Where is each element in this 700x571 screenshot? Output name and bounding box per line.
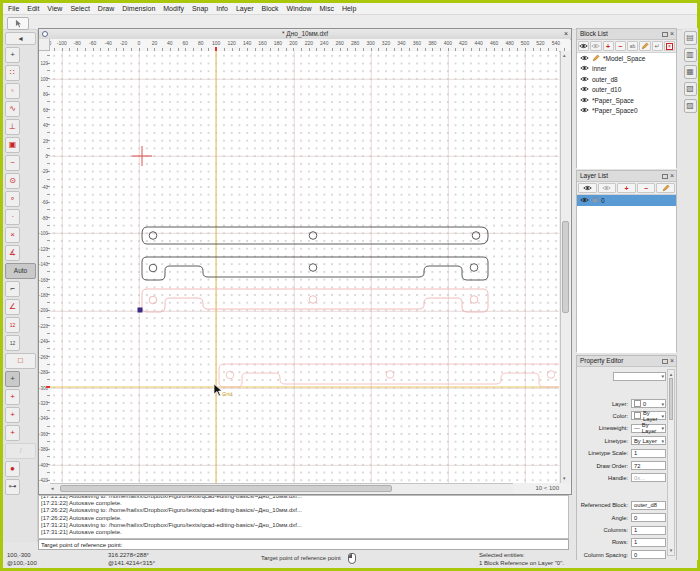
restrict-angle-button[interactable]: / — [5, 443, 36, 459]
block-visible-icon[interactable] — [580, 55, 589, 62]
block-visible-icon[interactable] — [580, 86, 589, 93]
property-input[interactable]: 0x... — [631, 473, 666, 482]
show-all-layers-button[interactable] — [578, 183, 597, 193]
rename-block-button[interactable]: ab — [627, 41, 638, 51]
snap-grid-button[interactable]: ∷ — [5, 65, 20, 81]
prop-scroll-thumb[interactable] — [669, 378, 673, 420]
hole-circle[interactable] — [149, 264, 157, 272]
menu-snap[interactable]: Snap — [192, 5, 208, 12]
menu-layer[interactable]: Layer — [236, 5, 254, 12]
menu-edit[interactable]: Edit — [27, 5, 39, 12]
hole-circle[interactable] — [386, 371, 394, 379]
layer-list-float-icon[interactable] — [662, 174, 668, 179]
vertical-scrollbar[interactable]: ▴ ▾ — [560, 51, 570, 483]
snap-auto-button[interactable]: Auto — [5, 263, 36, 279]
hole-circle[interactable] — [149, 296, 157, 304]
block-list-item[interactable]: inner — [577, 64, 676, 75]
property-input[interactable]: 72 — [631, 461, 666, 470]
remove-layer-button[interactable]: − — [637, 183, 656, 193]
plate-outline[interactable] — [219, 364, 559, 387]
dock-library-browser-toggle-button[interactable]: ▦ — [684, 65, 697, 79]
hole-circle[interactable] — [309, 264, 317, 272]
block-list-close-icon[interactable]: × — [670, 30, 674, 38]
snap-angle-button[interactable]: ∠ — [5, 299, 20, 315]
show-all-blocks-button[interactable] — [578, 41, 589, 51]
menu-file[interactable]: File — [8, 5, 19, 12]
reference-point-button[interactable]: □ — [5, 353, 36, 369]
property-combo[interactable]: By Layer▾ — [631, 436, 666, 445]
prop-scroll-down-icon[interactable]: ▾ — [668, 546, 674, 555]
layer-lock-icon[interactable] — [592, 196, 598, 204]
snap-free-button[interactable]: + — [5, 47, 20, 63]
insert-block-button[interactable]: ↵ — [652, 41, 663, 51]
property-editor-scrollbar[interactable]: ▴ ▾ — [667, 369, 675, 556]
horizontal-scrollbar[interactable]: ◂ ▸ — [50, 483, 537, 493]
close-block-editing-button[interactable]: × — [664, 41, 675, 51]
edit-block-button[interactable] — [639, 41, 650, 51]
menu-help[interactable]: Help — [342, 5, 356, 12]
menu-draw[interactable]: Draw — [98, 5, 114, 12]
property-input[interactable]: 0 — [631, 513, 666, 522]
selection-tool-button[interactable] — [7, 17, 29, 30]
menu-dimension[interactable]: Dimension — [122, 5, 155, 12]
menu-block[interactable]: Block — [261, 5, 278, 12]
snap-reference-button[interactable]: ▣ — [5, 137, 20, 153]
dock-command-line-toggle-button[interactable]: ▧ — [684, 82, 697, 96]
block-list-item[interactable]: outer_d8 — [577, 74, 676, 85]
add-layer-button[interactable]: + — [617, 183, 636, 193]
menu-misc[interactable]: Misc — [320, 5, 334, 12]
hole-circle[interactable] — [470, 296, 478, 304]
plate-outline[interactable] — [142, 289, 488, 312]
remove-block-button[interactable]: − — [615, 41, 626, 51]
block-list-item[interactable]: *Paper_Space0 — [577, 106, 676, 117]
hide-all-layers-button[interactable] — [598, 183, 617, 193]
menu-view[interactable]: View — [47, 5, 62, 12]
property-editor-close-icon[interactable]: × — [670, 357, 674, 365]
property-combo[interactable]: 0▾ — [631, 399, 666, 408]
relative-zero-button[interactable]: ● — [5, 461, 20, 477]
edit-layer-button[interactable] — [656, 183, 675, 193]
block-list-item[interactable]: *Model_Space — [577, 53, 676, 64]
snap-center-button[interactable]: ⊙ — [5, 173, 20, 189]
set-relative-zero-button[interactable]: ⌐ — [5, 281, 20, 297]
hole-circle[interactable] — [149, 232, 157, 240]
hole-circle[interactable] — [547, 371, 555, 379]
property-input[interactable]: 0 — [631, 550, 666, 559]
lock-relative-zero-button[interactable]: ⊶ — [5, 479, 20, 495]
block-visible-icon[interactable] — [580, 76, 589, 83]
snap-middle-button[interactable]: ∘ — [5, 191, 20, 207]
dock-property-editor-toggle-button[interactable]: ▨ — [684, 99, 697, 113]
snap-distance-button[interactable]: ∙ — [5, 209, 20, 225]
selection-combo[interactable]: ▾ — [613, 372, 666, 381]
document-close-icon[interactable]: × — [564, 29, 568, 39]
snap-tangential-button[interactable]: ~ — [5, 155, 20, 171]
hole-circle[interactable] — [226, 371, 234, 379]
add-block-button[interactable]: + — [603, 41, 614, 51]
restrict-horizontal-button[interactable]: + — [5, 407, 20, 423]
menu-select[interactable]: Select — [70, 5, 89, 12]
property-input[interactable]: 1 — [631, 538, 666, 547]
scroll-down-icon[interactable]: ▾ — [563, 474, 566, 483]
plate-outline[interactable] — [142, 257, 488, 280]
snap-on-entity-button[interactable]: ∿ — [5, 101, 20, 117]
hole-circle[interactable] — [472, 232, 480, 240]
block-list-item[interactable]: outer_d10 — [577, 85, 676, 96]
scroll-left-icon[interactable]: ◂ — [51, 484, 54, 493]
restrict-vertical-button[interactable]: + — [5, 425, 20, 441]
vertical-scroll-thumb[interactable] — [562, 221, 569, 313]
restrict-off-button[interactable]: + — [5, 371, 20, 387]
hole-circle[interactable] — [309, 296, 317, 304]
snap-intersection-button[interactable]: × — [5, 227, 20, 243]
block-visible-icon[interactable] — [580, 65, 589, 72]
hide-all-blocks-button[interactable] — [590, 41, 601, 51]
hole-circle[interactable] — [470, 264, 478, 272]
block-visible-icon[interactable] — [580, 107, 589, 114]
command-line-input[interactable] — [38, 539, 569, 550]
dock-block-list-toggle-button[interactable]: ▤ — [684, 31, 697, 45]
layer-list-item[interactable]: 0 — [577, 195, 676, 206]
property-input[interactable]: 1 — [631, 526, 666, 535]
layer-list-close-icon[interactable]: × — [670, 172, 674, 180]
block-list-float-icon[interactable] — [662, 32, 668, 37]
property-input[interactable]: 1 — [631, 449, 666, 458]
layer-visible-icon[interactable] — [580, 197, 589, 204]
